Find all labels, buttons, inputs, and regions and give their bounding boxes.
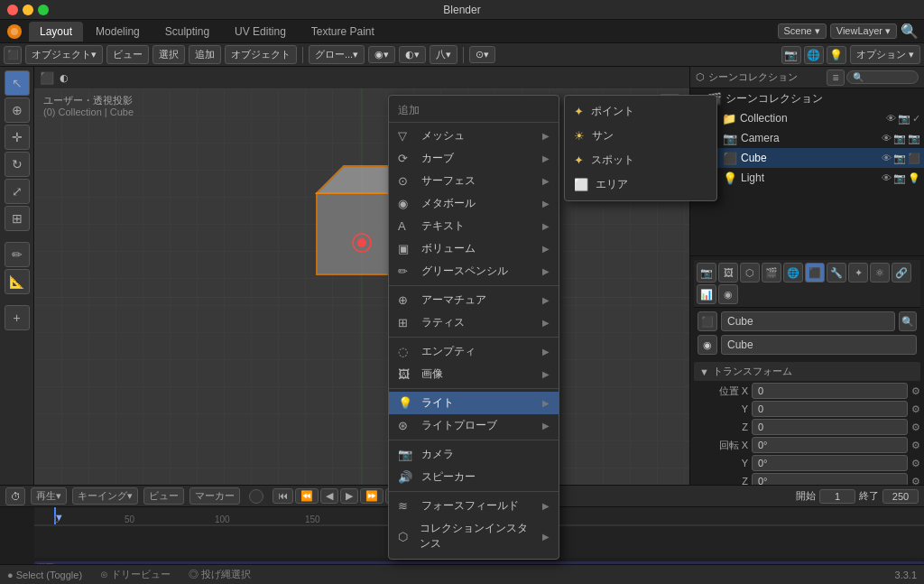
marker-btn[interactable]: マーカー: [189, 487, 240, 505]
light-visibility-icon[interactable]: 👁: [882, 172, 892, 184]
cube-data-icon[interactable]: ⬛: [908, 153, 920, 164]
step-fwd-btn[interactable]: ⏩: [360, 488, 383, 504]
physics-props-icon[interactable]: ⚛: [870, 263, 890, 283]
menu-item-image[interactable]: 🖼 画像 ▶: [389, 363, 559, 385]
menu-item-speaker[interactable]: 🔊 スピーカー: [389, 466, 559, 488]
rotation-x-constraint[interactable]: ⚙: [911, 440, 920, 451]
outliner-row-collection[interactable]: ▼ 📁 Collection 👁 📷 ✓: [690, 108, 924, 128]
material-props-icon[interactable]: ◉: [718, 284, 738, 304]
playback-btn[interactable]: 再生▾: [31, 487, 67, 505]
menu-item-light-probe[interactable]: ⊛ ライトプローブ ▶: [389, 414, 559, 437]
end-frame-field[interactable]: 250: [882, 489, 919, 504]
scene-props-icon[interactable]: 🎬: [762, 263, 781, 283]
object-name-search-icon[interactable]: 🔍: [899, 311, 917, 331]
outliner-row-cube[interactable]: ⬛ Cube 👁 📷 ⬛: [690, 148, 924, 168]
constraints-props-icon[interactable]: 🔗: [892, 263, 911, 283]
menu-item-volume[interactable]: ▣ ボリューム ▶: [389, 237, 559, 260]
location-x-constraint[interactable]: ⚙: [911, 385, 920, 397]
select-tool-btn[interactable]: ↖: [5, 70, 30, 96]
maximize-button[interactable]: [38, 5, 49, 15]
render2-btn[interactable]: 🌐: [804, 46, 824, 64]
rotation-x-field[interactable]: 0°: [752, 437, 908, 453]
rotation-y-constraint[interactable]: ⚙: [911, 458, 920, 469]
step-back-btn[interactable]: ⏪: [295, 488, 319, 504]
tab-texture-paint[interactable]: Texture Paint: [299, 22, 387, 42]
minimize-button[interactable]: [23, 5, 33, 15]
transform-tool-btn[interactable]: ⊞: [5, 206, 30, 231]
move-tool-btn[interactable]: ✛: [5, 125, 30, 150]
object-btn[interactable]: オブジェクト: [225, 45, 297, 64]
menu-item-light[interactable]: 💡 ライト ▶: [389, 392, 559, 414]
cube-visibility-icon[interactable]: 👁: [882, 153, 892, 164]
jump-start-btn[interactable]: ⏮: [273, 488, 293, 504]
view-layer-props-icon[interactable]: ⬡: [740, 263, 760, 283]
menu-item-collection-instance[interactable]: ⬡ コレクションインスタンス ▶: [389, 517, 559, 555]
add-btn[interactable]: 追加: [189, 45, 221, 64]
mode-icon[interactable]: ⬛: [4, 46, 22, 64]
data-props-icon[interactable]: 📊: [697, 284, 716, 304]
menu-item-curve[interactable]: ⟳ カーブ ▶: [389, 147, 559, 170]
exclude-icon[interactable]: ✓: [912, 113, 920, 125]
window-controls[interactable]: [7, 5, 49, 15]
cam-visibility-icon[interactable]: 👁: [882, 133, 892, 144]
options-btn[interactable]: オプション ▾: [850, 45, 920, 64]
render-btn[interactable]: 📷: [781, 46, 801, 64]
particles-props-icon[interactable]: ✦: [848, 263, 868, 283]
menu-item-text[interactable]: A テキスト ▶: [389, 215, 559, 237]
scene-selector[interactable]: Scene ▾: [778, 23, 827, 39]
menu-item-forcefield[interactable]: ≋ フォースフィールド ▶: [389, 495, 559, 517]
view-layer-selector[interactable]: ViewLayer ▾: [830, 23, 897, 39]
light-render-icon[interactable]: 📷: [893, 172, 906, 184]
render-vis-icon[interactable]: 📷: [898, 113, 910, 125]
render-props-icon[interactable]: 📷: [697, 263, 716, 283]
add-object-btn[interactable]: +: [5, 305, 30, 330]
keying-btn[interactable]: キーイング▾: [72, 487, 138, 505]
light-submenu-point[interactable]: ✦ ポイント: [565, 99, 716, 124]
location-z-constraint[interactable]: ⚙: [911, 422, 920, 433]
world-props-icon[interactable]: 🌐: [783, 263, 803, 283]
cube-render-icon[interactable]: 📷: [893, 153, 906, 164]
shading-btn[interactable]: 💡: [827, 46, 846, 64]
object-name-field[interactable]: Cube: [721, 311, 895, 331]
cam-render-icon[interactable]: 📷: [893, 133, 906, 144]
snap-btn[interactable]: ◉▾: [368, 46, 395, 63]
location-z-field[interactable]: 0: [752, 419, 908, 435]
modifier-props-icon[interactable]: 🔧: [827, 263, 846, 283]
select-btn[interactable]: 選択: [152, 45, 185, 64]
cursor-tool-btn[interactable]: ⊕: [5, 97, 30, 123]
visibility-icon[interactable]: 👁: [886, 113, 896, 125]
menu-item-lattice[interactable]: ⊞ ラティス ▶: [389, 311, 559, 334]
scale-tool-btn[interactable]: ⤢: [5, 179, 30, 204]
mode2-btn[interactable]: 八▾: [430, 45, 457, 64]
object-props-icon[interactable]: ⬛: [805, 263, 825, 283]
location-y-constraint[interactable]: ⚙: [911, 403, 920, 415]
menu-item-camera[interactable]: 📷 カメラ: [389, 443, 559, 466]
tab-layout[interactable]: Layout: [29, 22, 83, 42]
menu-item-surface[interactable]: ⊙ サーフェス ▶: [389, 170, 559, 192]
search-icon[interactable]: 🔍: [901, 23, 919, 40]
menu-item-empty[interactable]: ◌ エンプティ ▶: [389, 340, 559, 363]
outliner-row-scene[interactable]: ▼ 🎬 シーンコレクション: [690, 88, 924, 108]
output-props-icon[interactable]: 🖼: [718, 263, 738, 283]
view-btn-tl[interactable]: ビュー: [143, 487, 184, 505]
rotate-tool-btn[interactable]: ↻: [5, 152, 30, 177]
tab-uv-editing[interactable]: UV Editing: [222, 22, 299, 42]
menu-item-armature[interactable]: ⊕ アーマチュア ▶: [389, 289, 559, 311]
tab-sculpting[interactable]: Sculpting: [152, 22, 222, 42]
rotation-z-field[interactable]: 0°: [752, 473, 908, 485]
location-y-field[interactable]: 0: [752, 401, 908, 417]
record-btn[interactable]: [249, 489, 263, 504]
transform-btn[interactable]: グロー...▾: [309, 45, 365, 64]
rotation-z-constraint[interactable]: ⚙: [911, 476, 920, 486]
cam-data-icon[interactable]: 📷: [908, 133, 920, 144]
close-button[interactable]: [7, 5, 18, 15]
menu-item-metaball[interactable]: ◉ メタボール ▶: [389, 192, 559, 215]
outliner-search[interactable]: 🔍: [846, 70, 919, 84]
play-btn[interactable]: ▶: [340, 488, 358, 504]
menu-item-grease[interactable]: ✏ グリースペンシル ▶: [389, 260, 559, 283]
transform-section-header[interactable]: ▼ トランスフォーム: [694, 362, 920, 381]
light-data-icon[interactable]: 💡: [908, 172, 920, 184]
proportional-btn[interactable]: ◐▾: [399, 46, 426, 63]
light-submenu-sun[interactable]: ☀ サン: [565, 124, 716, 148]
overlay-btn[interactable]: ⊙▾: [469, 46, 495, 63]
